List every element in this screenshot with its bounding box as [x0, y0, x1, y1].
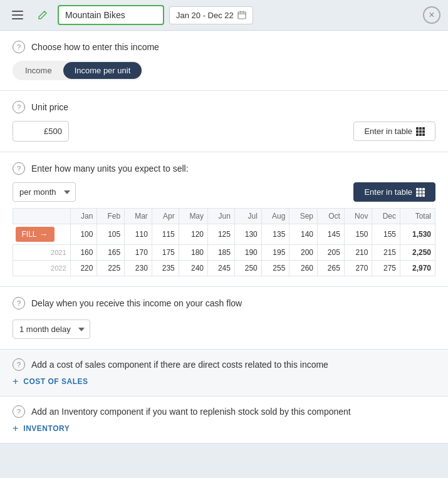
menu-icon-button[interactable]	[8, 5, 28, 25]
table-cell[interactable]: 275	[372, 261, 400, 276]
col-apr: Apr	[152, 209, 179, 224]
table-cell[interactable]: 145	[317, 224, 344, 245]
table-cell[interactable]: 115	[152, 224, 179, 245]
table-cell[interactable]: 130	[234, 224, 261, 245]
table-cell[interactable]: 205	[317, 245, 344, 261]
table-cell[interactable]: 125	[208, 224, 235, 245]
unit-price-section: ? Unit price Enter in table	[0, 91, 448, 152]
units-help-icon[interactable]: ?	[13, 162, 25, 175]
units-enter-table-label: Enter in table	[364, 187, 412, 197]
income-title-input[interactable]	[58, 5, 164, 25]
col-total: Total	[400, 209, 435, 224]
units-controls-row: per month per year Enter in table	[13, 182, 435, 202]
table-cell[interactable]: 220	[70, 261, 97, 276]
income-choice-label: Choose how to enter this income	[31, 42, 159, 52]
table-cell[interactable]: 190	[234, 245, 261, 261]
table-cell[interactable]: 105	[97, 224, 125, 245]
table-cell[interactable]: 240	[179, 261, 207, 276]
svg-rect-0	[12, 11, 23, 12]
table-cell[interactable]: 235	[152, 261, 179, 276]
table-cell[interactable]: 260	[289, 261, 318, 276]
unit-price-input[interactable]	[13, 121, 69, 142]
table-cell[interactable]: 120	[179, 224, 207, 245]
edit-icon-button[interactable]	[33, 5, 53, 25]
table-cell[interactable]: 230	[125, 261, 152, 276]
inventory-action-label[interactable]: INVENTORY	[23, 424, 70, 433]
grid-icon	[416, 127, 425, 136]
table-cell[interactable]: 250	[234, 261, 261, 276]
units-period-select[interactable]: per month per year	[13, 182, 76, 202]
delay-select[interactable]: 1 month delay No delay 2 month delay 3 m…	[13, 320, 90, 339]
year-cell: 2022	[13, 261, 71, 276]
table-cell[interactable]: 140	[289, 224, 318, 245]
table-cell[interactable]: 245	[208, 261, 235, 276]
date-range-button[interactable]: Jan 20 - Dec 22	[169, 6, 253, 24]
col-jul: Jul	[234, 209, 261, 224]
table-cell[interactable]: 215	[372, 245, 400, 261]
menu-icon	[12, 11, 23, 19]
calendar-icon	[237, 11, 246, 19]
cost-of-sales-section: ? Add a cost of sales component if there…	[0, 350, 448, 397]
cos-action-label[interactable]: COST OF SALES	[23, 377, 88, 386]
delay-label: Delay when you receive this income on yo…	[31, 298, 242, 308]
delay-section: ? Delay when you receive this income on …	[0, 287, 448, 350]
total-cell: 2,250	[400, 245, 435, 261]
close-button[interactable]: ×	[423, 6, 440, 24]
inventory-section: ? Add an Inventory component if you want…	[0, 397, 448, 444]
table-cell[interactable]: 180	[179, 245, 207, 261]
edit-icon	[38, 10, 48, 20]
col-mar: Mar	[125, 209, 152, 224]
close-icon: ×	[429, 9, 434, 21]
table-cell[interactable]: 255	[261, 261, 289, 276]
units-label: Enter how many units you expect to sell:	[31, 164, 189, 174]
income-per-unit-toggle-btn[interactable]: Income per unit	[63, 62, 142, 79]
income-choice-help-icon[interactable]: ?	[13, 41, 25, 53]
table-row: FILL →1001051101151201251301351401451501…	[13, 224, 435, 245]
unit-price-label: Unit price	[31, 102, 68, 112]
col-oct: Oct	[317, 209, 344, 224]
total-cell: 1,530	[400, 224, 435, 245]
fill-button[interactable]: FILL →	[16, 227, 55, 242]
units-table: Jan Feb Mar Apr May Jun Jul Aug Sep Oct …	[13, 208, 435, 276]
inventory-help-icon[interactable]: ?	[13, 405, 25, 418]
unit-price-enter-table-button[interactable]: Enter in table	[353, 122, 435, 141]
table-cell[interactable]: 160	[70, 245, 97, 261]
table-cell[interactable]: 185	[208, 245, 235, 261]
units-enter-table-button[interactable]: Enter in table	[353, 182, 435, 202]
col-dec: Dec	[372, 209, 400, 224]
table-cell[interactable]: 175	[152, 245, 179, 261]
table-cell[interactable]: 150	[344, 224, 372, 245]
table-cell[interactable]: 165	[97, 245, 125, 261]
svg-rect-2	[12, 18, 23, 19]
income-toggle-btn[interactable]: Income	[14, 62, 63, 79]
table-cell[interactable]: 100	[70, 224, 97, 245]
date-range-label: Jan 20 - Dec 22	[176, 11, 234, 20]
cos-label: Add a cost of sales component if there a…	[31, 360, 328, 370]
table-cell[interactable]: 265	[317, 261, 344, 276]
inventory-label: Add an Inventory component if you want t…	[31, 407, 351, 417]
inventory-expand-row[interactable]: + INVENTORY	[13, 423, 435, 434]
table-row: 2021160165170175180185190195200205210215…	[13, 245, 435, 261]
fill-cell: FILL →	[13, 224, 71, 245]
table-cell[interactable]: 195	[261, 245, 289, 261]
inventory-plus-icon: +	[13, 423, 18, 434]
cos-help-icon[interactable]: ?	[13, 358, 25, 371]
table-cell[interactable]: 270	[344, 261, 372, 276]
table-cell[interactable]: 110	[125, 224, 152, 245]
svg-rect-3	[238, 12, 246, 19]
year-cell: 2021	[13, 245, 71, 261]
unit-price-help-icon[interactable]: ?	[13, 101, 25, 113]
table-cell[interactable]: 200	[289, 245, 318, 261]
total-cell: 2,970	[400, 261, 435, 276]
svg-rect-5	[242, 11, 244, 13]
table-cell[interactable]: 210	[344, 245, 372, 261]
col-sep: Sep	[289, 209, 318, 224]
svg-rect-4	[240, 11, 241, 13]
cos-expand-row[interactable]: + COST OF SALES	[13, 376, 435, 387]
delay-help-icon[interactable]: ?	[13, 297, 25, 309]
table-cell[interactable]: 170	[125, 245, 152, 261]
table-cell[interactable]: 155	[372, 224, 400, 245]
table-cell[interactable]: 135	[261, 224, 289, 245]
col-may: May	[179, 209, 207, 224]
table-cell[interactable]: 225	[97, 261, 125, 276]
